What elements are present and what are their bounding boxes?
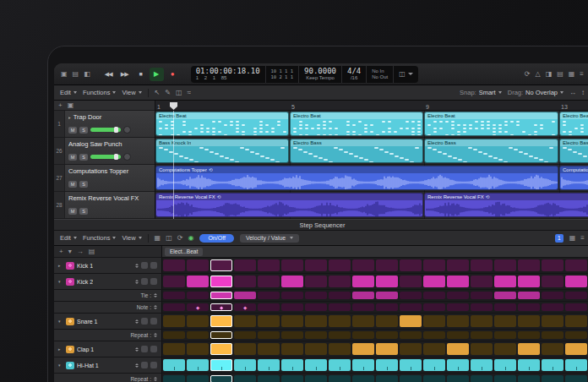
step-cell[interactable] — [210, 343, 232, 355]
step-cell[interactable] — [518, 303, 540, 311]
pan-knob[interactable] — [123, 153, 131, 161]
step-cell[interactable] — [542, 359, 564, 371]
track-header-trap-door[interactable]: 1▸Trap DoorMS — [54, 111, 155, 138]
step-cell[interactable] — [494, 375, 516, 382]
region-remix-reverse-vocal-fx[interactable]: Remix Reverse Vocal FX⟲ — [155, 193, 423, 217]
menu-view[interactable]: View — [122, 234, 141, 242]
power-icon[interactable]: ◉ — [188, 235, 193, 242]
step-cell[interactable] — [305, 303, 327, 311]
step-cell[interactable] — [329, 259, 351, 271]
row-velocity-icon[interactable] — [141, 318, 148, 325]
step-cell[interactable] — [518, 315, 540, 327]
pointer-tool-icon[interactable]: ↖ — [155, 90, 161, 96]
step-cell[interactable] — [281, 331, 303, 339]
pattern-page-badge[interactable]: 1 — [555, 234, 564, 243]
row-menu-icon[interactable] — [150, 318, 157, 325]
step-cell[interactable] — [305, 259, 327, 271]
region-electro-beat[interactable]: Electro Beat — [559, 112, 588, 136]
step-cell[interactable] — [376, 359, 398, 371]
volume-slider[interactable] — [90, 128, 121, 132]
mute-button[interactable]: M — [68, 208, 77, 215]
lcd-mode-section[interactable]: ◫ — [394, 66, 418, 83]
step-cell[interactable] — [565, 331, 587, 339]
step-cell[interactable] — [565, 259, 587, 271]
stop-button[interactable]: ■ — [133, 68, 148, 81]
solo-button[interactable]: S — [79, 154, 88, 161]
step-cell[interactable] — [400, 276, 422, 287]
region-computations-topper[interactable]: Computations Topper⟲ — [155, 166, 558, 190]
timeline[interactable]: 15913 Electro BeatElectro BeatElectro Be… — [155, 101, 588, 219]
link-icon[interactable]: ◫ — [166, 235, 172, 242]
automation-icon[interactable]: ◫ — [176, 90, 182, 96]
step-cell[interactable] — [329, 292, 351, 299]
step-cell[interactable] — [187, 259, 209, 271]
step-cell[interactable] — [281, 343, 303, 355]
step-cell[interactable] — [471, 315, 493, 327]
region-remix-reverse-vocal-fx[interactable]: Remix Reverse Vocal FX⟲ — [424, 193, 588, 217]
rewind-button[interactable]: ◀◀ — [101, 68, 116, 81]
solo-button[interactable]: S — [79, 208, 88, 215]
flex-icon[interactable]: ≈ — [188, 90, 191, 96]
row-velocity-icon[interactable] — [141, 262, 148, 269]
region-computations-topper[interactable]: Computations Topper⟲ — [559, 166, 588, 190]
step-cell[interactable] — [447, 303, 469, 311]
step-cell[interactable] — [542, 343, 564, 355]
duplicate-track-icon[interactable]: ▣ — [68, 102, 74, 109]
pattern-header-bar[interactable]: Elect...Beat — [162, 246, 588, 258]
step-cell[interactable] — [542, 375, 564, 382]
volume-slider[interactable] — [90, 155, 121, 159]
zoom-horizontal-icon[interactable]: ↔ — [569, 90, 576, 96]
step-cell[interactable] — [423, 375, 445, 382]
step-cell[interactable] — [163, 303, 185, 311]
pencil-tool-icon[interactable]: ✎ — [165, 90, 171, 96]
step-cell[interactable] — [447, 276, 469, 287]
add-track-icon[interactable]: + — [58, 102, 63, 109]
region-electro-beat[interactable]: Electro Beat — [290, 112, 423, 136]
step-cell[interactable] — [305, 276, 327, 287]
cycle-icon[interactable]: ⟳ — [525, 71, 531, 78]
step-cell[interactable] — [281, 359, 303, 371]
step-cell[interactable] — [494, 331, 516, 339]
step-cell[interactable] — [376, 375, 398, 382]
record-button[interactable]: ● — [166, 68, 180, 81]
mute-button[interactable]: M — [68, 127, 77, 134]
row-velocity-icon[interactable] — [141, 346, 148, 352]
step-cell[interactable] — [187, 359, 209, 371]
row-value-stepper[interactable] — [135, 363, 139, 368]
step-cell[interactable] — [494, 303, 516, 311]
solo-button[interactable]: S — [79, 181, 88, 188]
step-cell[interactable] — [329, 331, 351, 339]
step-cell[interactable] — [400, 343, 422, 355]
step-cell[interactable] — [471, 303, 493, 311]
step-cell[interactable] — [281, 259, 303, 271]
step-cell[interactable] — [163, 276, 185, 287]
row-value-stepper[interactable] — [135, 319, 139, 324]
row-menu-icon[interactable] — [150, 278, 157, 285]
list-editors-icon[interactable]: ▤ — [557, 71, 564, 78]
step-cell[interactable] — [518, 259, 540, 271]
control-bar-menu-icon[interactable]: ≡ — [580, 71, 584, 78]
add-row-menu-icon[interactable]: ▾ — [68, 248, 72, 255]
step-cell[interactable] — [163, 359, 185, 371]
step-cell[interactable]: ◆ — [210, 303, 232, 311]
quick-help-icon[interactable]: ▣ — [61, 71, 68, 78]
step-cell[interactable] — [281, 276, 303, 287]
step-cell[interactable] — [352, 292, 374, 299]
step-cell[interactable] — [187, 375, 209, 382]
row-value-stepper[interactable] — [135, 347, 139, 352]
step-cell[interactable] — [305, 343, 327, 355]
step-cell[interactable] — [494, 292, 516, 299]
step-cell[interactable] — [329, 343, 351, 355]
edit-mode-select[interactable]: Velocity / Value — [240, 234, 299, 243]
step-cell[interactable] — [210, 315, 232, 327]
step-cell[interactable] — [447, 315, 469, 327]
row-velocity-icon[interactable] — [141, 362, 148, 368]
track-header-remix-reverse-vocal-fx[interactable]: 28Remix Reverse Vocal FXMS — [54, 192, 155, 219]
step-cell[interactable] — [329, 359, 351, 371]
step-cell[interactable]: ◆ — [187, 303, 209, 311]
pan-knob[interactable] — [123, 126, 131, 134]
library-icon[interactable]: ▤ — [73, 71, 79, 78]
region-electro-bass[interactable]: Electro Bass — [559, 139, 588, 163]
step-cell[interactable] — [494, 259, 516, 271]
track-header-computations-topper[interactable]: 27Computations TopperMS — [54, 165, 155, 192]
